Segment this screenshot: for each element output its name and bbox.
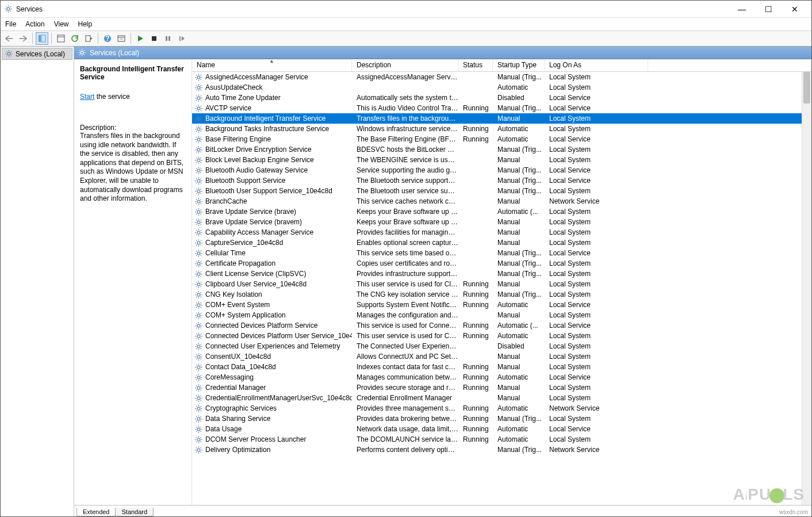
menu-help[interactable]: Help <box>78 20 93 28</box>
table-row[interactable]: Base Filtering EngineThe Base Filtering … <box>192 134 811 144</box>
service-rows: AssignedAccessManager ServiceAssignedAcc… <box>192 72 811 505</box>
scrollbar-thumb[interactable] <box>803 72 810 104</box>
table-row[interactable]: Background Tasks Infrastructure ServiceW… <box>192 124 811 134</box>
table-row[interactable]: Capability Access Manager ServiceProvide… <box>192 227 811 238</box>
gear-icon <box>194 125 203 133</box>
table-row[interactable]: BitLocker Drive Encryption ServiceBDESVC… <box>192 144 811 155</box>
export-button[interactable] <box>82 32 95 45</box>
source-label: wsxdn.com <box>779 509 808 515</box>
table-row[interactable]: Credential ManagerProvides secure storag… <box>192 382 811 393</box>
forward-button[interactable] <box>17 32 29 45</box>
table-row[interactable]: Brave Update Service (bravem)Keeps your … <box>192 217 811 227</box>
column-header-startup[interactable]: Startup Type <box>493 59 545 71</box>
table-row[interactable]: Auto Time Zone UpdaterAutomatically sets… <box>192 93 811 103</box>
help-button[interactable]: ? <box>101 32 114 45</box>
titlebar: Services — ☐ ✕ <box>1 1 811 18</box>
table-row[interactable]: CredentialEnrollmentManagerUserSvc_10e4c… <box>192 393 811 403</box>
service-description: Service supporting the audio gat... <box>352 166 458 174</box>
vertical-scrollbar[interactable] <box>802 72 811 505</box>
service-name: Auto Time Zone Updater <box>205 94 281 102</box>
properties2-button[interactable] <box>115 32 128 45</box>
column-header-status[interactable]: Status <box>458 59 493 71</box>
service-logon: Local Service <box>545 301 648 309</box>
service-logon: Local System <box>545 332 648 340</box>
close-button[interactable]: ✕ <box>782 1 808 18</box>
column-header-name[interactable]: Name▲ <box>192 59 352 71</box>
column-header-logon[interactable]: Log On As <box>545 59 648 71</box>
service-description: This is Audio Video Control Tran... <box>352 104 458 112</box>
tree-item-services-local[interactable]: Services (Local) <box>2 48 72 60</box>
table-row[interactable]: Data Sharing ServiceProvides data broker… <box>192 413 811 424</box>
gear-icon <box>194 321 203 330</box>
table-row[interactable]: COM+ System ApplicationManages the confi… <box>192 310 811 320</box>
service-description: Network data usage, data limit, r... <box>352 425 458 433</box>
service-description: Indexes contact data for fast con... <box>352 363 458 371</box>
restart-service-button[interactable] <box>175 32 188 45</box>
show-hide-tree-button[interactable] <box>36 32 48 45</box>
table-row[interactable]: Data UsageNetwork data usage, data limit… <box>192 424 811 434</box>
table-row[interactable]: Contact Data_10e4c8dIndexes contact data… <box>192 362 811 372</box>
service-startup: Manual <box>493 197 545 205</box>
service-startup: Automatic <box>493 125 545 133</box>
tab-standard[interactable]: Standard <box>115 508 154 516</box>
table-row[interactable]: AssignedAccessManager ServiceAssignedAcc… <box>192 72 811 82</box>
service-status: Running <box>458 384 493 392</box>
table-row[interactable]: Connected User Experiences and Telemetry… <box>192 341 811 351</box>
table-row[interactable]: CoreMessagingManages communication betwe… <box>192 372 811 382</box>
service-status: Running <box>458 290 493 298</box>
stop-service-button[interactable] <box>148 32 160 45</box>
table-row[interactable]: COM+ Event SystemSupports System Event N… <box>192 300 811 310</box>
table-row[interactable]: Bluetooth User Support Service_10e4c8dTh… <box>192 186 811 196</box>
gear-icon <box>194 145 203 154</box>
service-status: Running <box>458 373 493 381</box>
service-logon: Local System <box>545 218 648 226</box>
table-row[interactable]: Brave Update Service (brave)Keeps your B… <box>192 206 811 217</box>
service-logon: Local System <box>545 187 648 195</box>
table-row[interactable]: Certificate PropagationCopies user certi… <box>192 258 811 269</box>
table-row[interactable]: Clipboard User Service_10e4c8dThis user … <box>192 279 811 289</box>
start-service-button[interactable] <box>134 32 147 45</box>
table-row[interactable]: Connected Devices Platform ServiceThis s… <box>192 320 811 331</box>
table-row[interactable]: Connected Devices Platform User Service_… <box>192 331 811 341</box>
back-button[interactable] <box>3 32 16 45</box>
menubar: File Action View Help <box>1 18 811 30</box>
start-service-link[interactable]: Start <box>80 93 94 101</box>
svg-point-23 <box>197 138 200 141</box>
minimize-button[interactable]: — <box>729 1 755 18</box>
column-header-description[interactable]: Description <box>352 59 458 71</box>
service-logon: Local Service <box>545 249 648 257</box>
table-row[interactable]: Block Level Backup Engine ServiceThe WBE… <box>192 155 811 165</box>
table-row[interactable]: ConsentUX_10e4c8dAllows ConnectUX and PC… <box>192 351 811 362</box>
pause-service-button[interactable] <box>162 32 174 45</box>
service-logon: Local System <box>545 280 648 288</box>
menu-action[interactable]: Action <box>25 20 44 28</box>
service-startup: Automatic <box>493 425 545 433</box>
table-row[interactable]: Background Intelligent Transfer ServiceT… <box>192 113 811 124</box>
menu-view[interactable]: View <box>54 20 69 28</box>
maximize-button[interactable]: ☐ <box>755 1 782 18</box>
table-row[interactable]: AsusUpdateCheckAutomaticLocal System <box>192 82 811 93</box>
service-logon: Network Service <box>545 197 648 205</box>
table-row[interactable]: DCOM Server Process LauncherThe DCOMLAUN… <box>192 434 811 445</box>
service-startup: Manual <box>493 363 545 371</box>
properties-button[interactable] <box>55 32 67 45</box>
table-row[interactable]: Bluetooth Support ServiceThe Bluetooth s… <box>192 175 811 186</box>
tab-extended[interactable]: Extended <box>76 508 116 516</box>
refresh-button[interactable] <box>68 32 81 45</box>
service-startup: Manual (Trig... <box>493 145 545 154</box>
table-row[interactable]: Delivery OptimizationPerforms content de… <box>192 445 811 455</box>
table-row[interactable]: CNG Key IsolationThe CNG key isolation s… <box>192 289 811 300</box>
table-row[interactable]: Cryptographic ServicesProvides three man… <box>192 403 811 413</box>
table-row[interactable]: AVCTP serviceThis is Audio Video Control… <box>192 103 811 113</box>
table-row[interactable]: CaptureService_10e4c8dEnables optional s… <box>192 238 811 248</box>
table-row[interactable]: Client License Service (ClipSVC)Provides… <box>192 269 811 279</box>
menu-file[interactable]: File <box>5 20 16 28</box>
svg-point-42 <box>197 335 200 338</box>
service-startup: Automatic <box>493 332 545 340</box>
table-row[interactable]: Bluetooth Audio Gateway ServiceService s… <box>192 165 811 175</box>
svg-point-35 <box>197 262 200 265</box>
table-row[interactable]: BranchCacheThis service caches network c… <box>192 196 811 206</box>
tree-pane: Services (Local) <box>1 47 74 516</box>
service-startup: Manual (Trig... <box>493 187 545 195</box>
table-row[interactable]: Cellular TimeThis service sets time base… <box>192 248 811 258</box>
